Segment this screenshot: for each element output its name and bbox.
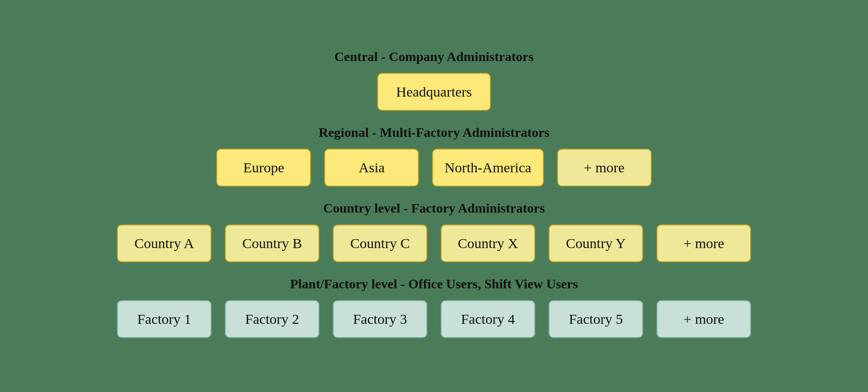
level-nodes-3: Factory 1Factory 2Factory 3Factory 4Fact… — [117, 300, 751, 338]
level-nodes-0: Headquarters — [377, 73, 491, 111]
node-3-5[interactable]: + more — [656, 300, 751, 338]
node-3-0[interactable]: Factory 1 — [117, 300, 212, 338]
node-1-0[interactable]: Europe — [216, 149, 311, 187]
level-2: Country level - Factory AdministratorsCo… — [28, 201, 840, 262]
node-2-0[interactable]: Country A — [117, 224, 212, 262]
node-1-1[interactable]: Asia — [324, 149, 419, 187]
level-1: Regional - Multi-Factory AdministratorsE… — [28, 125, 840, 187]
level-label-0: Central - Company Administrators — [335, 49, 534, 64]
level-label-3: Plant/Factory level - Office Users, Shif… — [290, 276, 578, 292]
node-2-4[interactable]: Country Y — [549, 224, 643, 262]
node-2-2[interactable]: Country C — [333, 224, 427, 262]
node-1-3[interactable]: + more — [557, 149, 652, 187]
node-1-2[interactable]: North-America — [432, 149, 543, 187]
node-0-0[interactable]: Headquarters — [377, 73, 491, 111]
level-nodes-2: Country ACountry BCountry CCountry XCoun… — [117, 224, 751, 262]
node-3-1[interactable]: Factory 2 — [225, 300, 319, 338]
level-label-1: Regional - Multi-Factory Administrators — [319, 125, 549, 140]
node-3-2[interactable]: Factory 3 — [333, 300, 427, 338]
node-3-4[interactable]: Factory 5 — [549, 300, 643, 338]
org-diagram: Central - Company AdministratorsHeadquar… — [0, 30, 868, 362]
node-3-3[interactable]: Factory 4 — [441, 300, 535, 338]
node-2-5[interactable]: + more — [656, 224, 751, 262]
node-2-1[interactable]: Country B — [225, 224, 319, 262]
level-3: Plant/Factory level - Office Users, Shif… — [28, 276, 840, 338]
node-2-3[interactable]: Country X — [441, 224, 535, 262]
level-label-2: Country level - Factory Administrators — [323, 201, 545, 216]
level-nodes-1: EuropeAsiaNorth-America+ more — [216, 149, 651, 187]
level-0: Central - Company AdministratorsHeadquar… — [28, 49, 840, 111]
